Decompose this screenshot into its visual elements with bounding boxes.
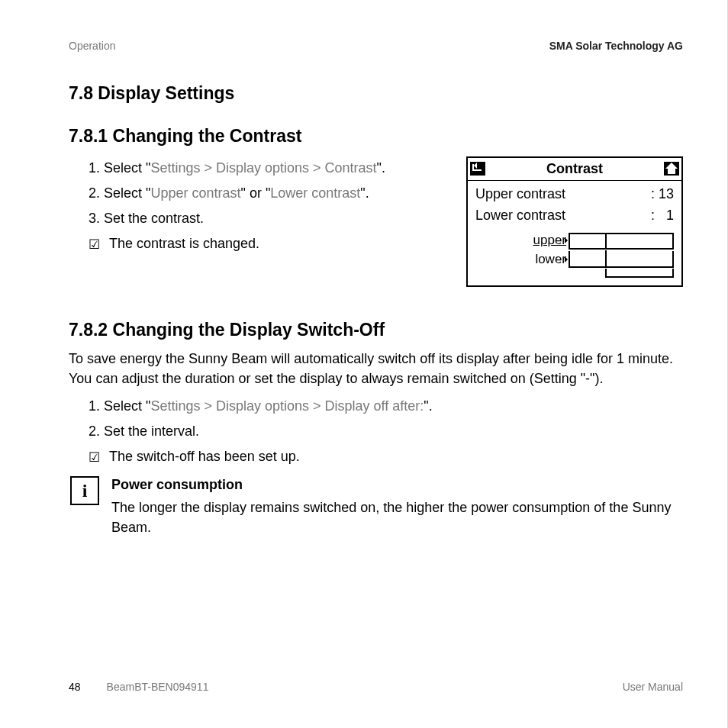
lcd-titlebar: Contrast: [468, 158, 681, 181]
result-switchoff: ☑ The switch-off has been set up.: [89, 446, 683, 467]
so-step-2: Set the interval.: [104, 421, 683, 441]
subsection-title-switchoff: 7.8.2 Changing the Display Switch-Off: [69, 317, 683, 343]
step-2: Select "Upper contrast" or "Lower contra…: [104, 183, 449, 203]
bar-lower: [569, 251, 674, 268]
aux-bar: [605, 269, 674, 278]
lcd-row-upper: Upper contrast : 13: [475, 184, 674, 204]
check-icon: ☑: [89, 449, 100, 468]
info-power-consumption: i Power consumption The longer the displ…: [70, 475, 683, 537]
subsection-title-contrast: 7.8.1 Changing the Contrast: [69, 124, 683, 149]
page-footer: 48 BeamBT-BEN094911 User Manual: [69, 679, 683, 694]
info-body: The longer the display remains switched …: [111, 498, 683, 537]
meter-lower: lower: [475, 250, 674, 269]
steps-switchoff: Select "Settings > Display options > Dis…: [69, 396, 683, 441]
lcd-title-text: Contrast: [485, 159, 664, 179]
header-right: SMA Solar Technology AG: [549, 38, 683, 53]
doc-id: BeamBT-BEN094911: [107, 679, 209, 694]
footer-label: User Manual: [623, 679, 683, 694]
header-left: Operation: [69, 38, 115, 53]
meter-upper: upper: [475, 231, 674, 250]
lcd-row-lower: Lower contrast : 1: [475, 205, 674, 225]
info-title: Power consumption: [111, 475, 683, 494]
step-3: Set the contrast.: [104, 208, 449, 228]
steps-contrast: Select "Settings > Display options > Con…: [69, 158, 449, 228]
page-number: 48: [69, 679, 81, 694]
check-icon: ☑: [89, 236, 100, 255]
lcd-contrast-screen: Contrast Upper contrast : 13 Lower contr…: [466, 156, 683, 287]
info-icon: i: [70, 476, 99, 505]
bar-upper: [569, 233, 674, 250]
contrast-block: Select "Settings > Display options > Con…: [69, 155, 683, 287]
section-title: 7.8 Display Settings: [69, 81, 683, 106]
switchoff-intro: To save energy the Sunny Beam will autom…: [69, 349, 683, 388]
page-header: Operation SMA Solar Technology AG: [69, 38, 683, 53]
lcd-meter: upper lower: [475, 231, 674, 277]
lcd-body: Upper contrast : 13 Lower contrast : 1 u…: [468, 181, 681, 285]
home-icon: [664, 162, 679, 176]
menu-path-2: Settings > Display options > Display off…: [150, 398, 424, 414]
so-step-1: Select "Settings > Display options > Dis…: [104, 396, 683, 416]
step-1: Select "Settings > Display options > Con…: [104, 158, 449, 178]
back-icon: [470, 162, 485, 176]
result-contrast: ☑ The contrast is changed.: [89, 234, 449, 254]
manual-page: Operation SMA Solar Technology AG 7.8 Di…: [0, 0, 728, 728]
menu-path: Settings > Display options > Contrast: [150, 160, 376, 176]
